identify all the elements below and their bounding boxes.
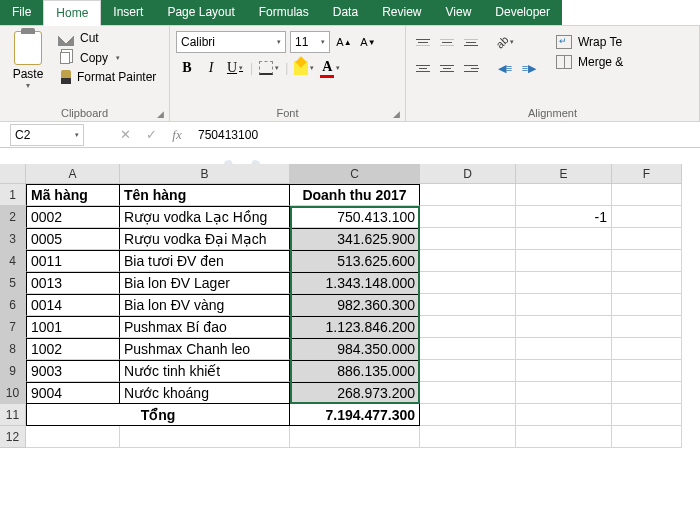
cell[interactable]: Doanh thu 2017 — [290, 184, 420, 206]
cell[interactable]: 9003 — [26, 360, 120, 382]
cell[interactable] — [516, 426, 612, 448]
cell[interactable] — [612, 294, 682, 316]
align-right-button[interactable] — [460, 57, 482, 79]
cell[interactable] — [612, 360, 682, 382]
cell[interactable]: 886.135.000 — [290, 360, 420, 382]
font-color-button[interactable]: A▾ — [318, 57, 342, 79]
cell[interactable] — [612, 206, 682, 228]
col-header[interactable]: C — [290, 164, 420, 184]
paste-button[interactable]: Paste ▾ — [6, 29, 50, 101]
tab-developer[interactable]: Developer — [483, 0, 562, 25]
cell[interactable] — [612, 404, 682, 426]
underline-button[interactable]: U▾ — [224, 57, 246, 79]
cell[interactable]: 513.625.600 — [290, 250, 420, 272]
cell[interactable]: Rượu vodka Đại Mạch — [120, 228, 290, 250]
col-header[interactable]: F — [612, 164, 682, 184]
dialog-launcher-icon[interactable]: ◢ — [393, 109, 403, 119]
cell[interactable] — [516, 404, 612, 426]
col-header[interactable]: A — [26, 164, 120, 184]
cell[interactable] — [612, 250, 682, 272]
cell[interactable]: 0005 — [26, 228, 120, 250]
italic-button[interactable]: I — [200, 57, 222, 79]
row-header[interactable]: 9 — [0, 360, 26, 382]
align-left-button[interactable] — [412, 57, 434, 79]
col-header[interactable]: B — [120, 164, 290, 184]
cell[interactable] — [612, 272, 682, 294]
font-name-select[interactable]: Calibri▾ — [176, 31, 286, 53]
insert-function-button[interactable]: fx — [164, 124, 190, 146]
cell[interactable]: Mã hàng — [26, 184, 120, 206]
cell[interactable] — [516, 184, 612, 206]
align-top-button[interactable] — [412, 31, 434, 53]
cut-button[interactable]: Cut — [54, 29, 160, 47]
format-painter-button[interactable]: Format Painter — [54, 69, 160, 85]
cell-total-label[interactable]: Tổng — [26, 404, 290, 426]
align-middle-button[interactable] — [436, 31, 458, 53]
wrap-text-button[interactable]: Wrap Te — [556, 35, 623, 49]
cell[interactable] — [612, 426, 682, 448]
cell[interactable] — [612, 316, 682, 338]
tab-review[interactable]: Review — [370, 0, 433, 25]
decrease-font-button[interactable]: A▼ — [358, 32, 378, 52]
cell[interactable] — [420, 360, 516, 382]
cancel-formula-button[interactable]: ✕ — [112, 124, 138, 146]
dialog-launcher-icon[interactable]: ◢ — [157, 109, 167, 119]
decrease-indent-button[interactable]: ◀≡ — [494, 57, 516, 79]
tab-view[interactable]: View — [434, 0, 484, 25]
orientation-button[interactable]: ab▾ — [494, 31, 516, 53]
fill-color-button[interactable]: ▾ — [292, 57, 316, 79]
tab-page-layout[interactable]: Page Layout — [155, 0, 246, 25]
cell[interactable]: 982.360.300 — [290, 294, 420, 316]
cell[interactable] — [120, 426, 290, 448]
cell[interactable] — [516, 316, 612, 338]
cell[interactable] — [420, 206, 516, 228]
cell-total-value[interactable]: 7.194.477.300 — [290, 404, 420, 426]
cell[interactable]: Pushmax Chanh leo — [120, 338, 290, 360]
row-header[interactable]: 6 — [0, 294, 26, 316]
align-center-button[interactable] — [436, 57, 458, 79]
increase-font-button[interactable]: A▲ — [334, 32, 354, 52]
cell[interactable] — [420, 426, 516, 448]
cell[interactable]: Bia tươi ĐV đen — [120, 250, 290, 272]
cell[interactable] — [516, 272, 612, 294]
cell[interactable] — [612, 184, 682, 206]
cell[interactable] — [420, 228, 516, 250]
merge-center-button[interactable]: Merge & — [556, 55, 623, 69]
cell[interactable]: 268.973.200 — [290, 382, 420, 404]
cell[interactable]: Bia lon ĐV vàng — [120, 294, 290, 316]
cell[interactable] — [612, 228, 682, 250]
cell[interactable] — [612, 382, 682, 404]
bold-button[interactable]: B — [176, 57, 198, 79]
increase-indent-button[interactable]: ≡▶ — [518, 57, 540, 79]
cell[interactable]: 9004 — [26, 382, 120, 404]
tab-data[interactable]: Data — [321, 0, 370, 25]
cell[interactable] — [420, 382, 516, 404]
cell[interactable] — [420, 184, 516, 206]
formula-input[interactable]: 750413100 — [190, 124, 700, 146]
row-header[interactable]: 2 — [0, 206, 26, 228]
cell[interactable]: Tên hàng — [120, 184, 290, 206]
cell[interactable] — [290, 426, 420, 448]
cell[interactable] — [516, 338, 612, 360]
row-header[interactable]: 8 — [0, 338, 26, 360]
cell[interactable]: Bia lon ĐV Lager — [120, 272, 290, 294]
cell[interactable] — [26, 426, 120, 448]
cell[interactable]: 1.343.148.000 — [290, 272, 420, 294]
select-all-corner[interactable] — [0, 164, 26, 184]
col-header[interactable]: E — [516, 164, 612, 184]
font-size-select[interactable]: 11▾ — [290, 31, 330, 53]
cell[interactable] — [420, 338, 516, 360]
chevron-down-icon[interactable]: ▾ — [116, 54, 120, 62]
align-bottom-button[interactable] — [460, 31, 482, 53]
tab-insert[interactable]: Insert — [101, 0, 155, 25]
borders-button[interactable]: ▾ — [257, 57, 281, 79]
cell[interactable]: 0014 — [26, 294, 120, 316]
tab-home[interactable]: Home — [43, 0, 101, 26]
cell[interactable]: 1002 — [26, 338, 120, 360]
cell[interactable]: 0002 — [26, 206, 120, 228]
row-header[interactable]: 7 — [0, 316, 26, 338]
cell[interactable] — [516, 294, 612, 316]
cell[interactable]: 0011 — [26, 250, 120, 272]
cell[interactable] — [420, 250, 516, 272]
cell[interactable] — [420, 272, 516, 294]
